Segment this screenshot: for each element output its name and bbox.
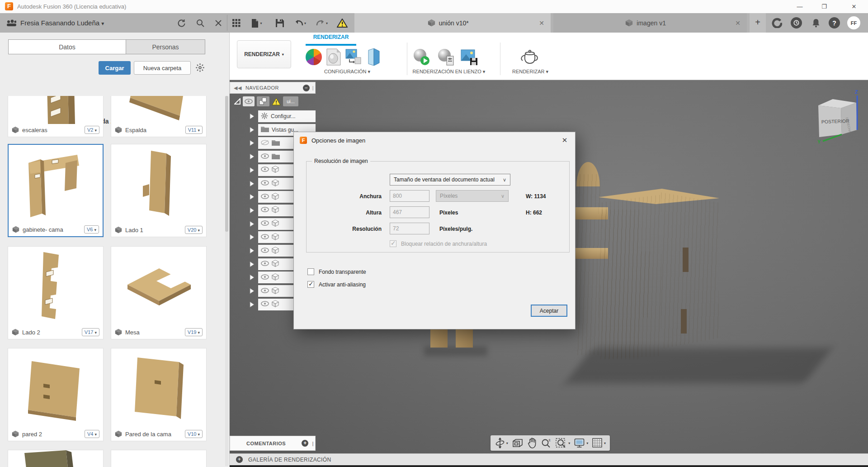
- display-settings-tool[interactable]: ▾: [574, 438, 588, 448]
- version-dropdown[interactable]: V6 ▾: [84, 225, 99, 234]
- eye-icon[interactable]: [261, 288, 269, 295]
- workspace-selector-button[interactable]: RENDERIZAR▾: [237, 40, 291, 68]
- eye-hidden-icon[interactable]: [261, 140, 269, 147]
- group-label-configuracion[interactable]: CONFIGURACIÓN ▾: [297, 69, 397, 75]
- version-dropdown[interactable]: V20 ▾: [185, 226, 203, 234]
- expand-arrow-icon[interactable]: [250, 301, 255, 308]
- version-dropdown[interactable]: V10 ▾: [185, 430, 203, 438]
- tab-personas[interactable]: Personas: [126, 39, 205, 54]
- data-settings-gear-icon[interactable]: [195, 63, 205, 74]
- eye-icon[interactable]: [261, 274, 269, 281]
- look-at-tool[interactable]: [512, 438, 523, 448]
- project-card[interactable]: [8, 450, 104, 467]
- tab-close-icon[interactable]: ✕: [735, 19, 741, 27]
- expand-arrow-icon[interactable]: [250, 194, 255, 200]
- project-card-pared-de-la-cama[interactable]: Pared de la camaV10 ▾: [111, 348, 207, 441]
- undo-icon[interactable]: ▾: [292, 17, 308, 29]
- comments-bar[interactable]: COMENTARIOS + |: [230, 436, 316, 451]
- project-card-lado-1[interactable]: Lado 1V20 ▾: [111, 144, 207, 237]
- new-folder-button[interactable]: Nueva carpeta: [134, 61, 191, 75]
- collapse-circle-icon[interactable]: −: [303, 85, 310, 91]
- navigator-root-row[interactable]: ui...: [234, 95, 316, 107]
- apps-grid-icon[interactable]: [231, 17, 242, 29]
- version-dropdown[interactable]: V17 ▾: [82, 328, 99, 336]
- save-icon[interactable]: [274, 17, 286, 29]
- eye-icon[interactable]: [261, 220, 269, 227]
- render-settings-icon[interactable]: [437, 48, 455, 67]
- expand-arrow-icon[interactable]: [250, 207, 255, 214]
- redo-icon[interactable]: ▾: [314, 17, 330, 29]
- tab-close-icon[interactable]: ✕: [539, 19, 544, 27]
- eye-icon[interactable]: [261, 248, 269, 254]
- expand-arrow-icon[interactable]: [250, 153, 255, 160]
- project-card-gabinete--cama[interactable]: gabinete- camaV6 ▾: [8, 144, 104, 237]
- user-menu[interactable]: Fresia Fasanando Ludeña ▾: [20, 13, 104, 33]
- height-input[interactable]: [390, 206, 429, 218]
- version-dropdown[interactable]: V19 ▾: [185, 328, 203, 336]
- render-gallery-bar[interactable]: + GALERÍA DE RENDERIZACIÓN: [230, 453, 868, 465]
- eye-icon[interactable]: [261, 167, 269, 173]
- render-in-canvas-icon[interactable]: [412, 48, 430, 67]
- minimize-button[interactable]: —: [789, 0, 810, 13]
- expand-arrow-icon[interactable]: [250, 181, 255, 187]
- notifications-bell-icon[interactable]: [810, 17, 821, 29]
- eye-icon[interactable]: [261, 207, 269, 214]
- zoom-window-tool[interactable]: ▾: [556, 438, 570, 448]
- document-tab-imagen[interactable]: imagen v1 ✕: [553, 13, 747, 33]
- ribbon-tab-renderizar[interactable]: RENDERIZAR: [306, 34, 356, 40]
- close-panel-icon[interactable]: [212, 17, 224, 29]
- tab-datos[interactable]: Datos: [8, 39, 126, 54]
- document-tab-union[interactable]: unión v10* ✕: [354, 13, 551, 33]
- dialog-close-icon[interactable]: ✕: [559, 135, 571, 146]
- maximize-button[interactable]: ❐: [814, 0, 835, 13]
- eye-icon[interactable]: [261, 261, 269, 267]
- resolution-input[interactable]: [390, 223, 429, 234]
- group-label-renderizar[interactable]: RENDERIZAR ▾: [501, 69, 560, 75]
- search-icon[interactable]: [194, 17, 206, 29]
- render-teapot-icon[interactable]: [517, 48, 541, 67]
- eye-icon[interactable]: [261, 301, 269, 308]
- eye-icon[interactable]: [261, 234, 269, 241]
- upload-button[interactable]: Cargar: [99, 61, 131, 75]
- expand-gallery-icon[interactable]: +: [236, 456, 243, 463]
- grid-layout-tool[interactable]: ▾: [592, 438, 606, 448]
- zoom-tool[interactable]: ±: [541, 438, 552, 448]
- expand-arrow-icon[interactable]: [250, 127, 255, 133]
- warning-icon[interactable]: [336, 17, 348, 29]
- new-tab-button[interactable]: +: [750, 13, 766, 33]
- version-dropdown[interactable]: V4 ▾: [85, 430, 99, 438]
- expand-arrow-icon[interactable]: [250, 274, 255, 281]
- version-dropdown[interactable]: V2 ▾: [85, 126, 99, 134]
- eye-icon[interactable]: [261, 194, 269, 200]
- project-card-pared-2[interactable]: pared 2V4 ▾: [8, 348, 104, 441]
- job-status-icon[interactable]: [791, 17, 802, 29]
- antialiasing-checkbox[interactable]: [307, 281, 314, 288]
- user-avatar[interactable]: FF: [847, 16, 860, 29]
- expand-arrow-icon[interactable]: [250, 221, 255, 227]
- extensions-icon[interactable]: [771, 17, 783, 29]
- decal-icon[interactable]: [344, 48, 363, 67]
- expand-arrow-icon[interactable]: [250, 288, 255, 294]
- expand-arrow-icon[interactable]: [250, 167, 255, 173]
- expand-arrow-icon[interactable]: [250, 248, 255, 254]
- panel-scrollbar-thumb[interactable]: [225, 96, 228, 232]
- navigator-row-configur[interactable]: Configur...: [250, 110, 316, 122]
- accept-button[interactable]: Aceptar: [531, 305, 567, 317]
- appearance-icon[interactable]: [305, 48, 323, 67]
- orbit-tool[interactable]: ▾: [495, 438, 508, 448]
- project-card[interactable]: [111, 450, 207, 467]
- expand-arrow-icon[interactable]: [250, 140, 255, 146]
- eye-icon[interactable]: [261, 153, 269, 160]
- image-size-preset-select[interactable]: Tamaño de ventana del documento actual∨: [390, 174, 510, 186]
- help-icon[interactable]: ?: [829, 17, 840, 29]
- add-comment-icon[interactable]: +: [302, 440, 308, 447]
- project-card-lado-2[interactable]: Lado 2V17 ▾: [8, 246, 104, 339]
- viewcube[interactable]: POSTERIOR DERECHA Z Y: [812, 88, 866, 145]
- version-dropdown[interactable]: V11 ▾: [185, 126, 203, 134]
- project-card-mesa[interactable]: MesaV19 ▾: [111, 246, 207, 339]
- capture-image-icon[interactable]: [460, 48, 478, 67]
- expand-arrow-icon[interactable]: [250, 113, 255, 119]
- project-card-espalda[interactable]: EspaldaV11 ▾: [111, 96, 207, 137]
- scene-settings-icon[interactable]: [325, 48, 343, 67]
- transparent-background-checkbox[interactable]: [307, 268, 314, 275]
